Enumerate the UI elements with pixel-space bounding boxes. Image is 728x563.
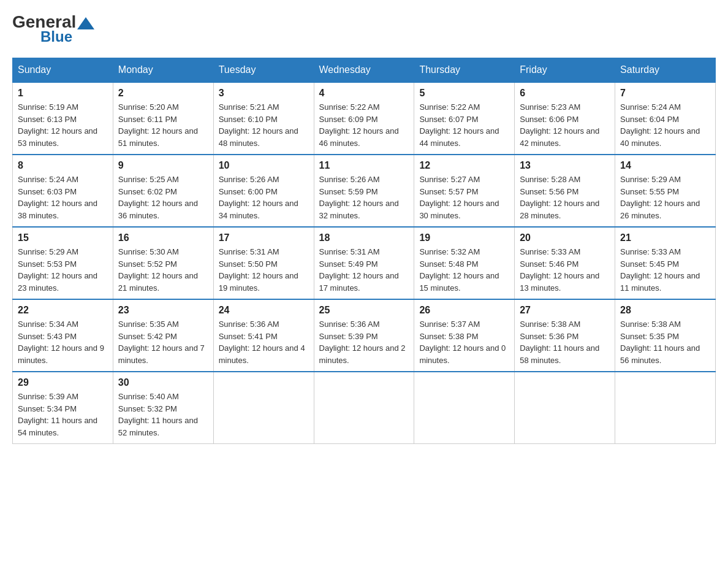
calendar-cell: 4Sunrise: 5:22 AMSunset: 6:09 PMDaylight…: [314, 82, 414, 155]
day-number: 15: [18, 232, 108, 243]
logo-triangle-icon: [77, 17, 94, 29]
calendar-cell: 24Sunrise: 5:36 AMSunset: 5:41 PMDayligh…: [213, 299, 314, 372]
calendar-cell: 6Sunrise: 5:23 AMSunset: 6:06 PMDaylight…: [515, 82, 615, 155]
day-info: Sunrise: 5:22 AMSunset: 6:09 PMDaylight:…: [319, 101, 409, 149]
weekday-header-row: SundayMondayTuesdayWednesdayThursdayFrid…: [13, 58, 716, 83]
day-number: 8: [18, 160, 108, 171]
calendar-week-row: 22Sunrise: 5:34 AMSunset: 5:43 PMDayligh…: [13, 299, 716, 372]
calendar-cell: 21Sunrise: 5:33 AMSunset: 5:45 PMDayligh…: [615, 227, 716, 299]
weekday-header: Monday: [113, 58, 213, 83]
calendar-cell: [515, 372, 615, 444]
calendar-cell: 8Sunrise: 5:24 AMSunset: 6:03 PMDaylight…: [13, 155, 113, 227]
calendar-cell: [314, 372, 414, 444]
day-number: 7: [620, 88, 710, 99]
day-number: 6: [520, 88, 610, 99]
weekday-header: Tuesday: [213, 58, 314, 83]
calendar-cell: 30Sunrise: 5:40 AMSunset: 5:32 PMDayligh…: [113, 372, 213, 444]
day-number: 14: [620, 160, 710, 171]
day-number: 26: [419, 305, 509, 316]
day-number: 12: [419, 160, 509, 171]
day-number: 4: [319, 88, 409, 99]
calendar-cell: 17Sunrise: 5:31 AMSunset: 5:50 PMDayligh…: [213, 227, 314, 299]
calendar-week-row: 15Sunrise: 5:29 AMSunset: 5:53 PMDayligh…: [13, 227, 716, 299]
calendar-week-row: 1Sunrise: 5:19 AMSunset: 6:13 PMDaylight…: [13, 82, 716, 155]
day-info: Sunrise: 5:24 AMSunset: 6:03 PMDaylight:…: [18, 174, 108, 221]
day-number: 27: [520, 305, 610, 316]
calendar-cell: 2Sunrise: 5:20 AMSunset: 6:11 PMDaylight…: [113, 82, 213, 155]
calendar-cell: 26Sunrise: 5:37 AMSunset: 5:38 PMDayligh…: [414, 299, 515, 372]
day-number: 2: [118, 88, 208, 99]
day-info: Sunrise: 5:26 AMSunset: 6:00 PMDaylight:…: [219, 174, 309, 221]
day-info: Sunrise: 5:25 AMSunset: 6:02 PMDaylight:…: [118, 174, 208, 221]
calendar-cell: 9Sunrise: 5:25 AMSunset: 6:02 PMDaylight…: [113, 155, 213, 227]
day-number: 16: [118, 232, 208, 243]
calendar-cell: 28Sunrise: 5:38 AMSunset: 5:35 PMDayligh…: [615, 299, 716, 372]
day-info: Sunrise: 5:28 AMSunset: 5:56 PMDaylight:…: [520, 174, 610, 221]
weekday-header: Wednesday: [314, 58, 414, 83]
weekday-header: Saturday: [615, 58, 716, 83]
calendar-cell: 12Sunrise: 5:27 AMSunset: 5:57 PMDayligh…: [414, 155, 515, 227]
calendar-cell: 10Sunrise: 5:26 AMSunset: 6:00 PMDayligh…: [213, 155, 314, 227]
day-number: 23: [118, 305, 208, 316]
day-info: Sunrise: 5:21 AMSunset: 6:10 PMDaylight:…: [219, 101, 309, 149]
calendar-cell: 5Sunrise: 5:22 AMSunset: 6:07 PMDaylight…: [414, 82, 515, 155]
day-info: Sunrise: 5:19 AMSunset: 6:13 PMDaylight:…: [18, 101, 108, 149]
calendar-cell: 14Sunrise: 5:29 AMSunset: 5:55 PMDayligh…: [615, 155, 716, 227]
day-number: 18: [319, 232, 409, 243]
day-info: Sunrise: 5:29 AMSunset: 5:55 PMDaylight:…: [620, 174, 710, 221]
day-info: Sunrise: 5:33 AMSunset: 5:45 PMDaylight:…: [620, 246, 710, 294]
day-info: Sunrise: 5:24 AMSunset: 6:04 PMDaylight:…: [620, 101, 710, 149]
day-number: 24: [219, 305, 309, 316]
calendar-table: SundayMondayTuesdayWednesdayThursdayFrid…: [12, 58, 716, 444]
day-info: Sunrise: 5:34 AMSunset: 5:43 PMDaylight:…: [18, 318, 108, 366]
calendar-cell: [414, 372, 515, 444]
day-info: Sunrise: 5:38 AMSunset: 5:36 PMDaylight:…: [520, 318, 610, 366]
day-number: 25: [319, 305, 409, 316]
calendar-cell: 15Sunrise: 5:29 AMSunset: 5:53 PMDayligh…: [13, 227, 113, 299]
day-number: 9: [118, 160, 208, 171]
calendar-cell: 18Sunrise: 5:31 AMSunset: 5:49 PMDayligh…: [314, 227, 414, 299]
day-info: Sunrise: 5:37 AMSunset: 5:38 PMDaylight:…: [419, 318, 509, 366]
day-info: Sunrise: 5:27 AMSunset: 5:57 PMDaylight:…: [419, 174, 509, 221]
day-number: 17: [219, 232, 309, 243]
day-info: Sunrise: 5:40 AMSunset: 5:32 PMDaylight:…: [118, 391, 208, 439]
day-info: Sunrise: 5:35 AMSunset: 5:42 PMDaylight:…: [118, 318, 208, 366]
day-number: 13: [520, 160, 610, 171]
day-info: Sunrise: 5:36 AMSunset: 5:39 PMDaylight:…: [319, 318, 409, 366]
day-number: 1: [18, 88, 108, 99]
day-number: 10: [219, 160, 309, 171]
day-info: Sunrise: 5:39 AMSunset: 5:34 PMDaylight:…: [18, 391, 108, 439]
day-number: 19: [419, 232, 509, 243]
day-number: 20: [520, 232, 610, 243]
day-info: Sunrise: 5:26 AMSunset: 5:59 PMDaylight:…: [319, 174, 409, 221]
day-info: Sunrise: 5:23 AMSunset: 6:06 PMDaylight:…: [520, 101, 610, 149]
day-number: 29: [18, 377, 108, 388]
calendar-cell: [615, 372, 716, 444]
calendar-cell: 1Sunrise: 5:19 AMSunset: 6:13 PMDaylight…: [13, 82, 113, 155]
day-info: Sunrise: 5:30 AMSunset: 5:52 PMDaylight:…: [118, 246, 208, 294]
calendar-week-row: 8Sunrise: 5:24 AMSunset: 6:03 PMDaylight…: [13, 155, 716, 227]
day-info: Sunrise: 5:29 AMSunset: 5:53 PMDaylight:…: [18, 246, 108, 294]
day-number: 28: [620, 305, 710, 316]
calendar-cell: 11Sunrise: 5:26 AMSunset: 5:59 PMDayligh…: [314, 155, 414, 227]
calendar-cell: 27Sunrise: 5:38 AMSunset: 5:36 PMDayligh…: [515, 299, 615, 372]
day-info: Sunrise: 5:36 AMSunset: 5:41 PMDaylight:…: [219, 318, 309, 366]
weekday-header: Friday: [515, 58, 615, 83]
calendar-cell: 3Sunrise: 5:21 AMSunset: 6:10 PMDaylight…: [213, 82, 314, 155]
day-info: Sunrise: 5:38 AMSunset: 5:35 PMDaylight:…: [620, 318, 710, 366]
calendar-cell: 23Sunrise: 5:35 AMSunset: 5:42 PMDayligh…: [113, 299, 213, 372]
calendar-cell: 19Sunrise: 5:32 AMSunset: 5:48 PMDayligh…: [414, 227, 515, 299]
calendar-cell: 13Sunrise: 5:28 AMSunset: 5:56 PMDayligh…: [515, 155, 615, 227]
day-number: 22: [18, 305, 108, 316]
day-info: Sunrise: 5:22 AMSunset: 6:07 PMDaylight:…: [419, 101, 509, 149]
day-info: Sunrise: 5:31 AMSunset: 5:50 PMDaylight:…: [219, 246, 309, 294]
day-number: 11: [319, 160, 409, 171]
calendar-cell: 29Sunrise: 5:39 AMSunset: 5:34 PMDayligh…: [13, 372, 113, 444]
day-number: 21: [620, 232, 710, 243]
day-info: Sunrise: 5:31 AMSunset: 5:49 PMDaylight:…: [319, 246, 409, 294]
day-number: 5: [419, 88, 509, 99]
calendar-cell: 25Sunrise: 5:36 AMSunset: 5:39 PMDayligh…: [314, 299, 414, 372]
page-header: General Blue: [12, 12, 716, 45]
logo-blue-text: Blue: [40, 28, 72, 45]
day-info: Sunrise: 5:32 AMSunset: 5:48 PMDaylight:…: [419, 246, 509, 294]
